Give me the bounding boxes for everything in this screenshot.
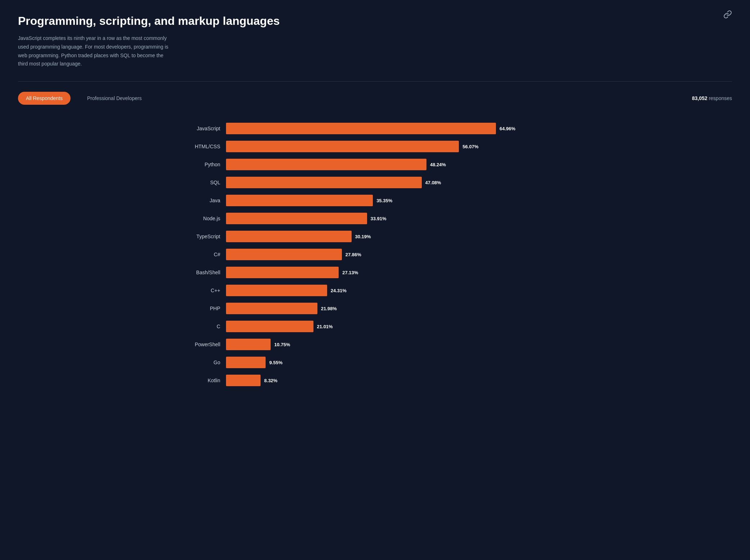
chart-pct-label: 47.08% — [425, 180, 441, 185]
page-description: JavaScript completes its ninth year in a… — [18, 34, 169, 68]
chart-bar-wrapper: 21.98% — [226, 303, 573, 314]
chart-label: JavaScript — [177, 126, 220, 131]
filter-tabs: All Respondents Professional Developers — [18, 92, 150, 105]
chart-label: SQL — [177, 180, 220, 185]
chart-bar — [226, 249, 342, 260]
chart-pct-label: 56.07% — [462, 144, 478, 149]
filter-bar: All Respondents Professional Developers … — [18, 92, 732, 105]
chart-bar-wrapper: 9.55% — [226, 357, 573, 368]
chart-pct-label: 21.98% — [321, 306, 337, 311]
chart-pct-label: 9.55% — [269, 360, 283, 365]
chart-row: TypeScript30.19% — [177, 231, 573, 242]
responses-count: 83,052 responses — [692, 95, 732, 101]
chart-bar — [226, 303, 317, 314]
chart-bar — [226, 195, 373, 206]
chart-pct-label: 8.32% — [264, 378, 277, 383]
chart-label: TypeScript — [177, 234, 220, 239]
chart-pct-label: 21.01% — [317, 324, 333, 329]
chart-bar-wrapper: 48.24% — [226, 159, 573, 170]
chart-row: C21.01% — [177, 321, 573, 332]
chart-pct-label: 30.19% — [355, 234, 371, 239]
chart-bar-wrapper: 27.86% — [226, 249, 573, 260]
chart-label: Kotlin — [177, 378, 220, 383]
page-header: Programming, scripting, and markup langu… — [18, 14, 732, 68]
link-icon[interactable] — [723, 10, 732, 19]
chart-pct-label: 27.13% — [342, 270, 358, 275]
chart-label: Java — [177, 198, 220, 203]
chart-pct-label: 24.31% — [331, 288, 347, 293]
responses-number: 83,052 — [692, 95, 708, 101]
chart-bar — [226, 177, 422, 188]
chart-row: SQL47.08% — [177, 177, 573, 188]
chart-label: PHP — [177, 306, 220, 311]
chart-bar — [226, 339, 271, 350]
chart-bar-wrapper: 64.96% — [226, 123, 573, 134]
chart-row: Bash/Shell27.13% — [177, 267, 573, 278]
chart-bar-wrapper: 33.91% — [226, 213, 573, 224]
chart-bar-wrapper: 10.75% — [226, 339, 573, 350]
chart-bar-wrapper: 8.32% — [226, 375, 573, 386]
chart-row: Python48.24% — [177, 159, 573, 170]
chart-bar — [226, 267, 339, 278]
chart-bar — [226, 123, 496, 134]
chart-row: PHP21.98% — [177, 303, 573, 314]
chart-row: JavaScript64.96% — [177, 123, 573, 134]
chart-bar — [226, 321, 313, 332]
chart-row: Node.js33.91% — [177, 213, 573, 224]
chart-label: C — [177, 324, 220, 329]
tab-professional-developers[interactable]: Professional Developers — [79, 92, 150, 105]
chart-bar — [226, 285, 327, 296]
chart-row: HTML/CSS56.07% — [177, 141, 573, 152]
chart-row: C++24.31% — [177, 285, 573, 296]
chart-bar — [226, 159, 426, 170]
chart-pct-label: 27.86% — [345, 252, 361, 257]
chart-bar — [226, 141, 459, 152]
chart-row: Java35.35% — [177, 195, 573, 206]
chart-label: C++ — [177, 288, 220, 293]
tab-all-respondents[interactable]: All Respondents — [18, 92, 71, 105]
chart-label: HTML/CSS — [177, 144, 220, 149]
chart-label: Node.js — [177, 216, 220, 221]
chart-label: C# — [177, 252, 220, 257]
chart-label: PowerShell — [177, 342, 220, 347]
chart-bar-wrapper: 56.07% — [226, 141, 573, 152]
chart-label: Python — [177, 162, 220, 167]
chart-bar-wrapper: 24.31% — [226, 285, 573, 296]
page-title: Programming, scripting, and markup langu… — [18, 14, 732, 28]
chart-bar-wrapper: 21.01% — [226, 321, 573, 332]
chart-pct-label: 33.91% — [371, 216, 387, 221]
chart-bar — [226, 231, 352, 242]
chart-pct-label: 64.96% — [500, 126, 515, 131]
chart-pct-label: 35.35% — [376, 198, 392, 203]
chart-row: C#27.86% — [177, 249, 573, 260]
chart-label: Bash/Shell — [177, 270, 220, 275]
chart-bar-wrapper: 47.08% — [226, 177, 573, 188]
chart-bar — [226, 213, 367, 224]
chart-bar-wrapper: 35.35% — [226, 195, 573, 206]
chart-pct-label: 10.75% — [274, 342, 290, 347]
chart-row: Go9.55% — [177, 357, 573, 368]
chart-bar-wrapper: 27.13% — [226, 267, 573, 278]
chart-label: Go — [177, 360, 220, 365]
section-divider — [18, 81, 732, 82]
chart-pct-label: 48.24% — [430, 162, 446, 167]
chart-container: JavaScript64.96%HTML/CSS56.07%Python48.2… — [177, 123, 573, 386]
chart-bar-wrapper: 30.19% — [226, 231, 573, 242]
chart-bar — [226, 357, 266, 368]
chart-bar — [226, 375, 261, 386]
chart-row: PowerShell10.75% — [177, 339, 573, 350]
chart-row: Kotlin8.32% — [177, 375, 573, 386]
responses-label: responses — [709, 95, 732, 101]
